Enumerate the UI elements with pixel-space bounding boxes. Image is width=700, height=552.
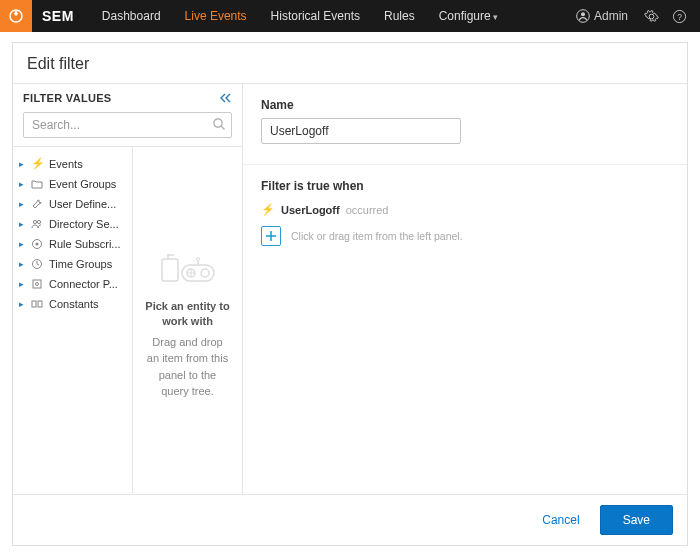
help-button[interactable]: ? bbox=[668, 5, 690, 27]
sidebar-heading: FILTER VALUES bbox=[23, 92, 111, 104]
entity-dropzone[interactable]: Pick an entity to work with Drag and dro… bbox=[133, 147, 242, 494]
chevron-double-left-icon bbox=[220, 93, 232, 103]
tree-item-event-groups[interactable]: ▸ Event Groups bbox=[13, 174, 132, 194]
tree-item-rule-subscriptions[interactable]: ▸ Rule Subscri... bbox=[13, 234, 132, 254]
search-icon bbox=[212, 117, 226, 131]
users-icon bbox=[31, 219, 45, 229]
user-icon bbox=[576, 9, 590, 23]
tree-item-label: Constants bbox=[49, 298, 99, 310]
dropzone-hint: Drag and drop an item from this panel to… bbox=[145, 334, 230, 400]
svg-point-19 bbox=[201, 269, 209, 277]
chevron-right-icon: ▸ bbox=[19, 159, 27, 169]
svg-rect-14 bbox=[32, 301, 36, 307]
user-label: Admin bbox=[594, 9, 628, 23]
logo-icon bbox=[8, 8, 24, 24]
connector-icon bbox=[31, 278, 45, 290]
bolt-icon: ⚡ bbox=[261, 203, 275, 216]
tree-item-connector-profiles[interactable]: ▸ Connector P... bbox=[13, 274, 132, 294]
filter-name-input[interactable] bbox=[261, 118, 461, 144]
svg-text:?: ? bbox=[677, 11, 682, 21]
condition-name: UserLogoff bbox=[281, 204, 340, 216]
constants-icon bbox=[31, 299, 45, 309]
chevron-right-icon: ▸ bbox=[19, 179, 27, 189]
nav-configure[interactable]: Configure bbox=[427, 0, 511, 32]
tree-item-label: Connector P... bbox=[49, 278, 118, 290]
edit-filter-panel: Edit filter FILTER VALUES bbox=[12, 42, 688, 546]
svg-point-8 bbox=[37, 220, 40, 223]
condition-state: occurred bbox=[346, 204, 389, 216]
entity-tree: ▸ ⚡ Events ▸ Event Groups ▸ bbox=[13, 147, 133, 494]
search-input[interactable] bbox=[23, 112, 232, 138]
chevron-right-icon: ▸ bbox=[19, 199, 27, 209]
top-nav: SEM Dashboard Live Events Historical Eve… bbox=[0, 0, 700, 32]
tree-item-label: Directory Se... bbox=[49, 218, 119, 230]
name-field-label: Name bbox=[261, 98, 669, 112]
svg-point-5 bbox=[214, 119, 222, 127]
chevron-right-icon: ▸ bbox=[19, 219, 27, 229]
add-condition-button[interactable] bbox=[261, 226, 281, 246]
brand-text: SEM bbox=[32, 8, 90, 24]
cancel-button[interactable]: Cancel bbox=[534, 507, 587, 533]
svg-point-10 bbox=[36, 243, 39, 246]
svg-rect-16 bbox=[162, 259, 178, 281]
chevron-right-icon: ▸ bbox=[19, 259, 27, 269]
folder-icon bbox=[31, 179, 45, 189]
add-condition-hint: Click or drag item from the left panel. bbox=[291, 230, 463, 242]
wrench-icon bbox=[31, 198, 45, 210]
svg-line-6 bbox=[221, 126, 224, 129]
tree-item-label: Rule Subscri... bbox=[49, 238, 121, 250]
help-icon: ? bbox=[672, 9, 687, 24]
brand-logo bbox=[0, 0, 32, 32]
svg-rect-15 bbox=[38, 301, 42, 307]
filter-editor-main: Name Filter is true when ⚡ UserLogoff oc… bbox=[243, 84, 687, 494]
tree-item-directory-services[interactable]: ▸ Directory Se... bbox=[13, 214, 132, 234]
bolt-icon: ⚡ bbox=[31, 157, 45, 170]
filter-condition-label: Filter is true when bbox=[261, 179, 669, 193]
gear-icon bbox=[644, 9, 659, 24]
chevron-right-icon: ▸ bbox=[19, 279, 27, 289]
svg-point-23 bbox=[196, 258, 199, 261]
tree-item-time-groups[interactable]: ▸ Time Groups bbox=[13, 254, 132, 274]
tree-item-user-defined[interactable]: ▸ User Define... bbox=[13, 194, 132, 214]
tree-item-events[interactable]: ▸ ⚡ Events bbox=[13, 153, 132, 174]
condition-row[interactable]: ⚡ UserLogoff occurred bbox=[261, 203, 669, 216]
nav-dashboard[interactable]: Dashboard bbox=[90, 0, 173, 32]
user-menu[interactable]: Admin bbox=[570, 9, 634, 23]
plus-icon bbox=[265, 230, 277, 242]
nav-rules[interactable]: Rules bbox=[372, 0, 427, 32]
tree-item-constants[interactable]: ▸ Constants bbox=[13, 294, 132, 314]
tree-item-label: Event Groups bbox=[49, 178, 116, 190]
target-icon bbox=[31, 238, 45, 250]
section-divider bbox=[243, 164, 687, 165]
save-button[interactable]: Save bbox=[600, 505, 673, 535]
panel-footer: Cancel Save bbox=[13, 494, 687, 545]
panel-title: Edit filter bbox=[13, 43, 687, 83]
svg-rect-12 bbox=[33, 280, 41, 288]
clock-icon bbox=[31, 258, 45, 270]
svg-point-13 bbox=[36, 283, 39, 286]
nav-historical-events[interactable]: Historical Events bbox=[259, 0, 372, 32]
tree-item-label: Time Groups bbox=[49, 258, 112, 270]
chevron-right-icon: ▸ bbox=[19, 299, 27, 309]
dropzone-illustration-icon bbox=[158, 247, 218, 287]
collapse-sidebar-button[interactable] bbox=[220, 93, 232, 103]
svg-point-2 bbox=[581, 12, 585, 16]
tree-item-label: Events bbox=[49, 158, 83, 170]
tree-item-label: User Define... bbox=[49, 198, 116, 210]
nav-live-events[interactable]: Live Events bbox=[173, 0, 259, 32]
settings-button[interactable] bbox=[640, 5, 662, 27]
dropzone-heading: Pick an entity to work with bbox=[145, 299, 230, 330]
filter-values-sidebar: FILTER VALUES bbox=[13, 84, 243, 494]
svg-point-7 bbox=[33, 220, 36, 223]
chevron-right-icon: ▸ bbox=[19, 239, 27, 249]
